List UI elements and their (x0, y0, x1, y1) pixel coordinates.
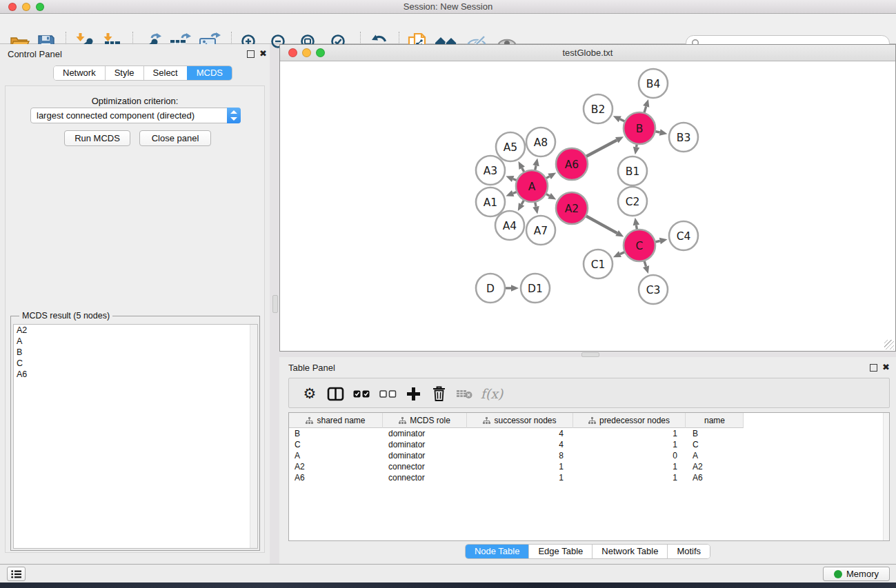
tab-network[interactable]: Network (54, 66, 105, 80)
table-row[interactable]: A2connector11A2 (289, 461, 889, 472)
graph-node-A6[interactable]: A6 (556, 148, 588, 180)
table-cell[interactable]: A6 (693, 472, 741, 483)
table-cell[interactable]: A2 (693, 461, 741, 472)
optimization-criterion-select[interactable]: largest connected component (directed) (30, 108, 241, 123)
graph-node-A5[interactable]: A5 (496, 132, 525, 161)
table-cell[interactable]: 1 (573, 439, 677, 450)
table-cell[interactable]: A6 (295, 472, 377, 483)
table-cell[interactable]: connector (388, 461, 461, 472)
tab-edge-table[interactable]: Edge Table (528, 545, 592, 558)
table-cell[interactable]: connector (388, 472, 461, 483)
tab-select[interactable]: Select (143, 66, 187, 80)
table-cell[interactable]: dominator (388, 439, 461, 450)
graph-node-B3[interactable]: B3 (669, 123, 698, 152)
result-list-item[interactable]: B (14, 347, 257, 358)
table-cell[interactable]: dominator (388, 450, 461, 461)
close-table-panel-icon[interactable]: ✖ (882, 362, 890, 372)
close-panel-icon[interactable]: ✖ (259, 48, 267, 59)
graph-node-A8[interactable]: A8 (526, 128, 555, 156)
node-label: C1 (591, 258, 606, 271)
split-columns-icon[interactable] (323, 382, 347, 405)
run-mcds-button[interactable]: Run MCDS (64, 130, 130, 146)
delete-table-icon[interactable] (452, 382, 476, 405)
vertical-splitter-handle[interactable] (272, 295, 278, 313)
column-header[interactable]: successor nodes (467, 413, 573, 428)
tab-mcds[interactable]: MCDS (187, 66, 232, 80)
column-header[interactable]: predecessor nodes (573, 413, 686, 428)
network-canvas[interactable]: B4B2BB3A8A5A6A3B1AA1C2A2A4A7C4CC1C3DD1 (280, 61, 895, 351)
table-cell[interactable]: 1 (467, 472, 564, 483)
table-settings-icon[interactable]: ⚙ (298, 382, 321, 405)
table-cell[interactable]: 1 (573, 428, 677, 439)
delete-columns-icon[interactable] (427, 382, 450, 405)
result-list-item[interactable]: A2 (14, 325, 257, 336)
graph-node-A7[interactable]: A7 (526, 216, 555, 245)
graph-node-A2[interactable]: A2 (556, 192, 588, 224)
show-task-history-button[interactable] (7, 567, 26, 581)
table-row[interactable]: Bdominator41B (289, 428, 889, 439)
graph-node-A3[interactable]: A3 (476, 156, 505, 185)
table-row[interactable]: Adominator80A (289, 450, 889, 461)
table-cell[interactable]: A (295, 450, 377, 461)
table-cell[interactable]: C (693, 439, 741, 450)
result-list-item[interactable]: A6 (14, 369, 257, 380)
maximize-window-icon[interactable] (36, 3, 44, 11)
graph-node-A4[interactable]: A4 (495, 211, 524, 240)
network-graph[interactable]: B4B2BB3A8A5A6A3B1AA1C2A2A4A7C4CC1C3DD1 (280, 61, 895, 351)
close-window-icon[interactable] (8, 3, 17, 11)
tab-motifs[interactable]: Motifs (667, 545, 710, 558)
graph-node-C[interactable]: C (624, 230, 655, 261)
close-panel-button[interactable]: Close panel (139, 130, 211, 146)
horizontal-splitter-handle[interactable] (581, 352, 599, 357)
table-cell[interactable]: 1 (467, 461, 564, 472)
graph-node-C3[interactable]: C3 (639, 275, 668, 304)
table-cell[interactable]: 1 (573, 472, 677, 483)
table-row[interactable]: A6connector11A6 (289, 472, 889, 483)
float-table-panel-icon[interactable] (870, 364, 877, 372)
graph-node-B4[interactable]: B4 (639, 69, 668, 98)
table-cell[interactable]: A2 (295, 461, 377, 472)
graph-node-A1[interactable]: A1 (476, 187, 505, 216)
graph-node-D[interactable]: D (476, 274, 505, 303)
float-panel-icon[interactable] (247, 50, 255, 58)
tab-node-table[interactable]: Node Table (466, 545, 529, 558)
select-all-checkboxes-icon[interactable] (350, 382, 373, 405)
maximize-view-icon[interactable] (316, 48, 325, 57)
table-scrollbar[interactable] (883, 413, 889, 540)
minimize-window-icon[interactable] (22, 3, 30, 11)
table-cell[interactable]: dominator (388, 428, 461, 439)
graph-node-C1[interactable]: C1 (584, 250, 613, 278)
table-cell[interactable]: 1 (573, 461, 677, 472)
deselect-all-checkboxes-icon[interactable] (376, 382, 399, 405)
result-list-item[interactable]: A (14, 336, 257, 347)
minimize-view-icon[interactable] (302, 48, 311, 57)
graph-node-B[interactable]: B (624, 112, 655, 144)
table-cell[interactable]: 0 (573, 450, 677, 461)
table-row[interactable]: Cdominator41C (289, 439, 889, 450)
result-list-item[interactable]: C (14, 358, 257, 369)
function-builder-icon[interactable]: f(x) (477, 382, 507, 405)
column-header[interactable]: MCDS role (383, 413, 467, 428)
table-cell[interactable]: 4 (467, 439, 564, 450)
tab-network-table[interactable]: Network Table (592, 545, 667, 558)
column-header[interactable]: shared name (289, 413, 383, 428)
resize-grip-icon[interactable] (884, 340, 894, 349)
result-list-scrollbar[interactable] (250, 325, 257, 548)
graph-node-A[interactable]: A (516, 170, 548, 202)
close-view-icon[interactable] (288, 48, 297, 57)
table-cell[interactable]: B (693, 428, 741, 439)
memory-button[interactable]: Memory (823, 567, 890, 581)
graph-node-D1[interactable]: D1 (521, 274, 550, 303)
graph-node-C4[interactable]: C4 (669, 221, 698, 250)
graph-node-B2[interactable]: B2 (584, 94, 613, 123)
graph-node-C2[interactable]: C2 (618, 187, 647, 216)
table-cell[interactable]: A (693, 450, 741, 461)
table-cell[interactable]: 8 (467, 450, 564, 461)
column-header[interactable]: name (686, 413, 744, 428)
tab-style[interactable]: Style (105, 66, 143, 80)
graph-node-B1[interactable]: B1 (618, 156, 647, 185)
table-cell[interactable]: B (295, 428, 377, 439)
table-cell[interactable]: C (295, 439, 377, 450)
add-column-icon[interactable] (401, 382, 425, 405)
table-cell[interactable]: 4 (467, 428, 564, 439)
